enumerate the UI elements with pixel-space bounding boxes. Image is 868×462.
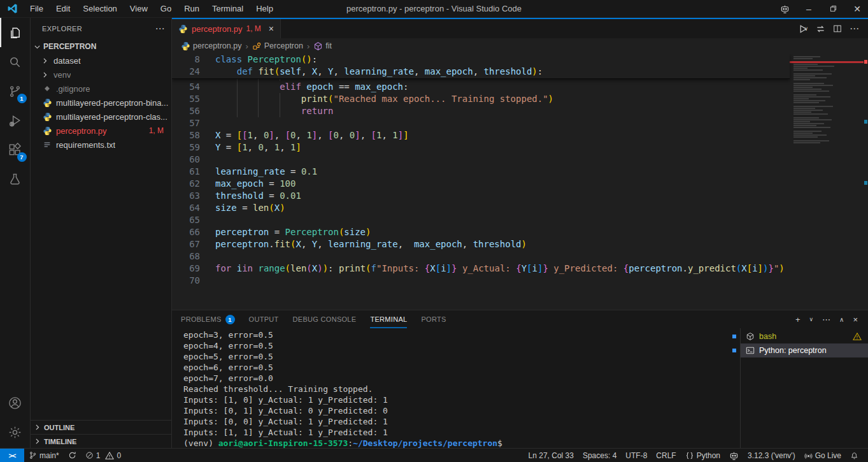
status-3-12-3-venv-[interactable]: 3.12.3 ('venv') — [743, 449, 800, 462]
code-line-57[interactable]: 57 — [172, 117, 790, 129]
braces-icon — [685, 451, 694, 460]
status-spaces-4[interactable]: Spaces: 4 — [578, 449, 621, 462]
code-line-70[interactable]: 70 — [172, 275, 790, 287]
code-line-66[interactable]: 66perceptron = Perceptron(size) — [172, 226, 790, 238]
close-panel-icon[interactable]: × — [853, 315, 858, 324]
terminal-dropdown-icon[interactable]: ∨ — [809, 316, 813, 322]
accounts-icon[interactable] — [0, 388, 31, 417]
explorer-more-icon[interactable]: ⋯ — [155, 23, 165, 34]
restore-button[interactable] — [822, 1, 844, 17]
scm-badge: 1 — [17, 94, 27, 103]
menu-edit[interactable]: Edit — [50, 2, 76, 15]
run-dropdown-icon[interactable]: ∨ — [804, 25, 808, 32]
code-line-61[interactable]: 61learning_rate = 0.1 — [172, 166, 790, 178]
close-window-button[interactable]: ✕ — [846, 1, 868, 17]
status-go-live[interactable]: Go Live — [800, 449, 846, 462]
terminal-line: epoch=4, error=0.5 — [183, 340, 731, 351]
explorer-root-folder[interactable]: PERCEPTRON — [31, 40, 171, 54]
search-icon[interactable] — [0, 47, 31, 76]
run-debug-icon[interactable] — [0, 106, 31, 135]
source-control-icon[interactable]: 1 — [0, 76, 31, 106]
problems-badge: 1 — [225, 315, 235, 324]
breadcrumb: perceptron.py› Perceptron› fit — [172, 38, 868, 54]
code-line-63[interactable]: 63threshold = 0.01 — [172, 190, 790, 202]
status-python[interactable]: Python — [681, 449, 725, 462]
explorer-item-requirements-txt[interactable]: requirements.txt — [31, 138, 171, 152]
maximize-panel-icon[interactable]: ∧ — [839, 316, 844, 323]
settings-gear-icon[interactable] — [0, 417, 31, 447]
code-line-58[interactable]: 58X = [[1, 0], [0, 1], [0, 0], [1, 1]] — [172, 129, 790, 141]
breadcrumb-fit[interactable]: fit — [313, 41, 332, 51]
menu-run[interactable]: Run — [178, 2, 205, 15]
panel-tab-terminal[interactable]: TERMINAL — [370, 310, 407, 328]
open-changes-icon[interactable] — [816, 24, 825, 34]
extensions-icon[interactable]: 7 — [0, 135, 31, 164]
code-line-65[interactable]: 65 — [172, 214, 790, 226]
menu-help[interactable]: Help — [250, 2, 279, 15]
editor-more-actions-icon[interactable]: ⋯ — [850, 23, 859, 34]
explorer-item-venv[interactable]: venv — [31, 68, 171, 82]
python-icon — [42, 126, 52, 136]
explorer-item-perceptron-py[interactable]: perceptron.py1, M — [31, 124, 171, 138]
code-line-59[interactable]: 59Y = [1, 0, 1, 1] — [172, 141, 790, 154]
menu-terminal[interactable]: Terminal — [206, 2, 249, 15]
sidebar-section-outline[interactable]: OUTLINE — [31, 420, 171, 434]
terminal-prompt: (venv) aori@aori-Inspiron-15-3573:~/Desk… — [183, 438, 731, 448]
status-bell-icon[interactable] — [846, 449, 863, 462]
panel-tab-debug-console[interactable]: DEBUG CONSOLE — [293, 310, 357, 328]
explorer-item--gitignore[interactable]: .gitignore — [31, 82, 171, 96]
status-main-[interactable]: main* — [24, 449, 64, 462]
minimize-button[interactable]: – — [798, 1, 820, 17]
sticky-line-24[interactable]: 24 def fit(self, X, Y, learning_rate, ma… — [172, 66, 790, 78]
status-sync-icon[interactable] — [64, 449, 81, 462]
minimap[interactable] — [790, 54, 864, 149]
menu-view[interactable]: View — [124, 2, 153, 15]
menu-selection[interactable]: Selection — [77, 2, 122, 15]
close-tab-icon[interactable]: × — [269, 24, 274, 34]
terminal-instance-python-perceptron[interactable]: Python: perceptron — [741, 343, 868, 357]
panel-tab-problems[interactable]: PROBLEMS1 — [181, 310, 235, 328]
vscode-window: FileEditSelectionViewGoRunTerminalHelp p… — [0, 0, 868, 462]
remote-indicator[interactable]: >< — [0, 449, 24, 462]
code-line-69[interactable]: 69for iin range(len(X)): print(f"Inputs:… — [172, 263, 790, 275]
code-line-54[interactable]: 54 elif epoch == max_epoch: — [172, 81, 790, 93]
status-crlf[interactable]: CRLF — [651, 449, 680, 462]
new-terminal-icon[interactable]: + — [795, 315, 800, 324]
code-line-62[interactable]: 62max_epoch = 100 — [172, 178, 790, 190]
code-line-60[interactable]: 60 — [172, 154, 790, 166]
explorer-item-dataset[interactable]: dataset — [31, 54, 171, 68]
menu-go[interactable]: Go — [155, 2, 177, 15]
terminal-instance-bash[interactable]: bash — [741, 329, 868, 343]
status-robot-icon[interactable] — [725, 449, 743, 462]
title-bar: FileEditSelectionViewGoRunTerminalHelp p… — [0, 0, 868, 18]
code-editor[interactable]: 53 return54 elif epoch == max_epoch:55 p… — [172, 54, 868, 310]
class-icon — [252, 41, 262, 51]
sidebar-section-timeline[interactable]: TIMELINE — [31, 434, 171, 448]
explorer-item-multilayered-perceptron-clas-[interactable]: multilayered-perceptron-clas... — [31, 110, 171, 124]
code-line-56[interactable]: 56 return — [172, 105, 790, 117]
menu-file[interactable]: File — [24, 2, 49, 15]
code-line-55[interactable]: 55 print("Reached max epoch... Training … — [172, 93, 790, 105]
tab-perceptron-py[interactable]: perceptron.py 1, M × — [172, 19, 281, 38]
explorer-sidebar: EXPLORER ⋯ PERCEPTRON datasetvenv.gitign… — [31, 18, 172, 448]
code-line-64[interactable]: 64size = len(X) — [172, 202, 790, 214]
panel-tab-ports[interactable]: PORTS — [421, 310, 446, 328]
status-utf-8[interactable]: UTF-8 — [621, 449, 651, 462]
status-ln-27-col-33[interactable]: Ln 27, Col 33 — [524, 449, 578, 462]
panel-more-icon[interactable]: ⋯ — [822, 315, 830, 324]
status-1[interactable]: 10 — [81, 449, 125, 462]
code-line-67[interactable]: 67perceptron.fit(X, Y, learning_rate, ma… — [172, 238, 790, 250]
sticky-line-8[interactable]: 8class Perceptron(): — [172, 54, 790, 66]
terminal-output[interactable]: epoch=3, error=0.5epoch=4, error=0.5epoc… — [183, 329, 731, 448]
copilot-icon[interactable] — [774, 1, 795, 17]
split-editor-icon[interactable] — [833, 24, 842, 33]
terminal-split-decoration — [732, 335, 736, 338]
code-line-68[interactable]: 68 — [172, 250, 790, 263]
breadcrumb-perceptron[interactable]: Perceptron — [252, 41, 303, 51]
explorer-icon[interactable] — [0, 18, 31, 47]
panel-tab-output[interactable]: OUTPUT — [249, 310, 279, 328]
explorer-item-multilayered-perceptron-bina-[interactable]: multilayered-perceptron-bina... — [31, 96, 171, 110]
breadcrumb-perceptron-py[interactable]: perceptron.py — [181, 41, 241, 51]
testing-icon[interactable] — [0, 164, 31, 194]
overview-ruler — [864, 54, 868, 310]
